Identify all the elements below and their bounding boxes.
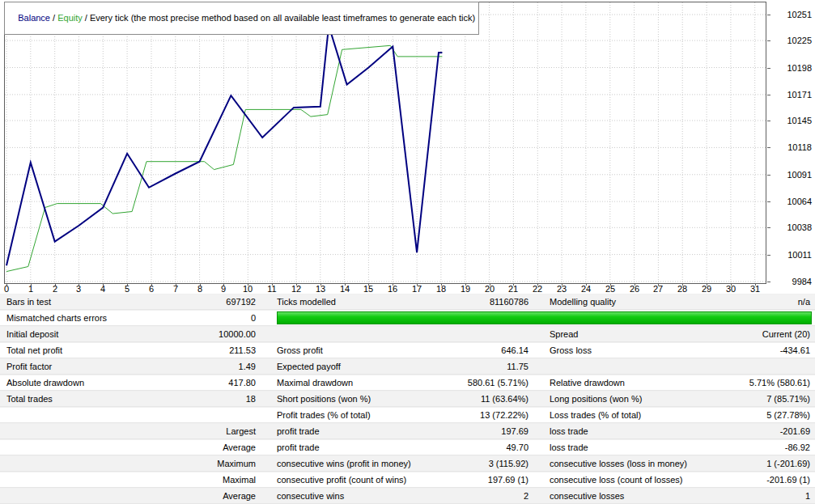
report-label: consecutive losses (550, 489, 719, 504)
x-axis-label: 8 (197, 285, 202, 294)
report-value: 11.75 (443, 359, 530, 375)
x-axis-tick (272, 284, 273, 286)
y-axis-tick (767, 282, 770, 282)
x-axis-label: 1 (28, 285, 33, 294)
report-row: Largestprofit trade197.69loss trade-201.… (0, 423, 815, 439)
x-axis-tick (731, 284, 732, 286)
y-axis-label: 10091 (776, 170, 812, 180)
report-row: Averageconsecutive wins2consecutive loss… (0, 488, 815, 504)
report-label: profit trade (277, 440, 443, 455)
y-axis-tick (767, 255, 770, 256)
report-label: Long positions (won %) (550, 392, 719, 407)
report-value: -86.92 (719, 440, 815, 455)
x-axis-tick (441, 284, 442, 286)
y-axis-label: 10198 (776, 63, 812, 73)
y-axis-label: 10038 (776, 222, 812, 232)
x-axis-label: 30 (726, 285, 736, 294)
report-row: Initial deposit10000.00SpreadCurrent (20… (0, 326, 815, 342)
x-axis-tick (682, 284, 683, 286)
report-label: Maximal drawdown (277, 375, 443, 391)
report-row: Profit trades (% of total)13 (72.22%)Los… (0, 407, 815, 423)
report-row: Maximalconsecutive profit (count of wins… (0, 472, 815, 488)
modelling-quality-bar (277, 311, 812, 324)
x-axis-label: 15 (363, 285, 373, 294)
x-axis-tick (31, 284, 32, 286)
report-label: Profit trades (% of total) (277, 408, 443, 423)
x-axis-label: 13 (316, 285, 325, 294)
x-axis-label: 24 (581, 285, 591, 294)
tester-graph[interactable] (4, 2, 766, 284)
x-axis-label: 0 (4, 285, 9, 294)
x-axis-tick (345, 284, 346, 286)
report-label: Profit factor (0, 359, 186, 375)
report-row: Profit factor1.49Expected payoff11.75 (0, 358, 815, 375)
report-value: 49.70 (443, 440, 530, 455)
y-axis-tick (767, 121, 770, 121)
y-axis-label: 10011 (776, 250, 812, 260)
x-axis-tick (635, 284, 635, 286)
report-value: Largest (186, 424, 257, 439)
x-axis-label: 21 (508, 285, 518, 294)
x-axis-tick (79, 284, 79, 286)
x-axis-label: 3 (76, 285, 81, 294)
report-label: Expected payoff (277, 359, 443, 375)
report-label: Relative drawdown (550, 375, 719, 391)
x-axis-label: 19 (461, 285, 470, 294)
x-axis-label: 28 (677, 285, 687, 294)
legend-equity-label: Equity (57, 13, 83, 23)
report-value: 10000.00 (186, 327, 257, 342)
tester-graph-section: Balance / Equity / Every tick (the most … (0, 0, 815, 294)
report-label: loss trade (550, 424, 719, 439)
x-axis-label: 7 (173, 285, 178, 294)
report-label: Spread (550, 327, 719, 342)
x-axis-label: 2 (53, 285, 57, 294)
y-axis-tick (767, 175, 770, 176)
y-axis-tick (767, 15, 770, 15)
report-value: 3 (115.92) (443, 456, 530, 472)
report-label: Absolute drawdown (0, 375, 186, 391)
report-label: Loss trades (% of total) (550, 408, 719, 423)
x-axis-label: 9 (221, 285, 226, 294)
report-value: 211.53 (186, 343, 257, 358)
x-axis-tick (513, 284, 514, 286)
report-value: -201.69 (719, 424, 815, 439)
legend-balance-label: Balance (18, 13, 50, 23)
report-value: Maximal (186, 472, 257, 488)
report-value: 1.49 (186, 359, 257, 375)
report-row: Mismatched charts errors0 (0, 310, 815, 326)
x-axis-label: 23 (557, 285, 567, 294)
report-value: n/a (719, 294, 815, 310)
report-row: Maximumconsecutive wins (profit in money… (0, 455, 815, 472)
report-value: Current (20) (719, 327, 815, 342)
report-label: consecutive losses (loss in money) (550, 456, 719, 472)
x-axis-tick (755, 284, 756, 286)
y-axis-label: 10145 (776, 116, 812, 125)
x-axis-tick (465, 284, 466, 286)
report-value: 646.14 (443, 343, 530, 358)
report-row: Absolute drawdown417.80Maximal drawdown5… (0, 375, 815, 391)
y-axis-tick (767, 201, 770, 202)
report-value: 2 (443, 489, 530, 504)
x-axis-label: 22 (533, 285, 542, 294)
x-axis-tick (127, 284, 128, 286)
report-label: loss trade (550, 440, 719, 455)
report-label: Gross profit (277, 343, 443, 358)
x-axis-label: 12 (291, 285, 301, 294)
report-label: Mismatched charts errors (0, 311, 186, 326)
report-value: -201.69 (1) (719, 472, 815, 488)
x-axis-tick (103, 284, 104, 286)
x-axis-label: 17 (412, 285, 422, 294)
y-axis-tick (767, 68, 770, 69)
x-axis-label: 16 (388, 285, 397, 294)
report-label: Modelling quality (550, 294, 719, 310)
report-value: 417.80 (186, 375, 257, 391)
x-axis-tick (707, 284, 707, 286)
report-value: Maximum (186, 456, 257, 472)
report-value: Average (186, 440, 257, 455)
x-axis-label: 4 (100, 285, 105, 294)
report-value: 11 (63.64%) (443, 392, 530, 407)
x-axis-tick (586, 284, 587, 286)
x-axis-tick (200, 284, 201, 286)
report-label: Initial deposit (0, 327, 186, 342)
y-axis-label: 10251 (776, 10, 812, 19)
